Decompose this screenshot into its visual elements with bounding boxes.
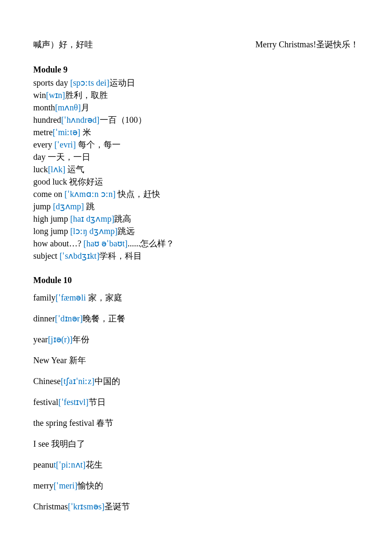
word: every <box>33 140 54 149</box>
vocab-entry: year[jɪə(r)]年份 <box>33 333 359 346</box>
word: how about…? <box>33 239 84 248</box>
word: the spring festival 春节 <box>33 418 113 428</box>
word: month <box>33 103 55 112</box>
definition: 年份 <box>72 335 89 344</box>
word: win <box>33 90 46 100</box>
definition: 月 <box>81 103 89 112</box>
word: jump <box>33 202 53 211</box>
word: good luck 祝你好运 <box>33 177 103 186</box>
vocab-entry: how about…? [haʊ əˈbaʊt]......怎么样？ <box>33 237 359 250</box>
word: Chinese <box>33 376 61 386</box>
phonetic: [jɪə(r)] <box>48 335 72 344</box>
vocab-entry: peanut[ˈpiːnʌt]花生 <box>33 459 359 471</box>
vocab-entry: jump [dʒʌmp] 跳 <box>33 200 359 213</box>
phonetic: [ˈfæməli <box>55 293 86 302</box>
vocab-entry: dinner[ˈdɪnər]晚餐，正餐 <box>33 312 359 325</box>
phonetic: [ˈmeri] <box>54 481 78 490</box>
vocab-entry: win[wɪn]胜利，取胜 <box>33 89 359 101</box>
definition: 圣诞节 <box>104 502 130 511</box>
vocab-entry: day 一天，一日 <box>33 151 359 163</box>
definition: 中国的 <box>95 376 120 386</box>
vocab-entry: subject [ˈsʌbdʒɪkt]学科，科目 <box>33 250 359 262</box>
vocab-entry: long jump [lɔːŋ dʒʌmp]跳远 <box>33 225 359 237</box>
word: day 一天，一日 <box>33 152 90 162</box>
definition: 节日 <box>89 397 106 407</box>
definition: ......怎么样？ <box>127 239 174 248</box>
vocab-entry: Chinese[tʃaɪˈniːz]中国的 <box>33 375 359 387</box>
vocab-entry: merry[ˈmeri]愉快的 <box>33 480 359 492</box>
definition: 愉快的 <box>78 481 103 490</box>
word: long jump <box>33 226 70 236</box>
definition: 快点，赶快 <box>115 189 160 199</box>
vocab-entry: every [ˈevri] 每个，每一 <box>33 139 359 151</box>
phonetic: [dʒʌmp] <box>53 202 84 211</box>
top-right-text: Merry Christmas!圣诞快乐！ <box>255 38 359 51</box>
module10-list: family[ˈfæməli 家，家庭 dinner[ˈdɪnər]晚餐，正餐 … <box>33 292 359 513</box>
word: New Year 新年 <box>33 356 86 365</box>
phonetic: [ˈevri] <box>54 140 75 149</box>
vocab-entry: hundred[ˈhʌndrəd]一百（100） <box>33 114 359 126</box>
phonetic: t[ˈpiːnʌt] <box>54 460 86 469</box>
phonetic: [ˈhʌndrəd] <box>61 115 100 124</box>
word: metre <box>33 127 53 137</box>
definition: 晚餐，正餐 <box>83 314 125 323</box>
vocab-entry: festival[ˈfestɪvl]节日 <box>33 396 359 408</box>
top-row: 喊声）好，好哇 Merry Christmas!圣诞快乐！ <box>33 38 359 51</box>
phonetic: [ˈmiːtə] <box>53 127 81 137</box>
vocab-entry: New Year 新年 <box>33 354 359 367</box>
vocab-entry: sports day [spɔːts dei]运动日 <box>33 77 359 89</box>
vocab-entry: the spring festival 春节 <box>33 417 359 429</box>
definition: 每个，每一 <box>76 140 121 149</box>
vocab-entry: Christmas[ˈkrɪsməs]圣诞节 <box>33 500 359 513</box>
word: sports day <box>33 78 70 87</box>
definition: 跳高 <box>114 214 131 223</box>
phonetic: [mʌnθ] <box>55 103 81 112</box>
definition: 运气 <box>65 165 84 174</box>
word: subject <box>33 251 60 260</box>
phonetic: [ˈsʌbdʒɪkt] <box>60 251 100 260</box>
word: family <box>33 293 55 302</box>
vocab-entry: luck[lʌk] 运气 <box>33 163 359 176</box>
word: merry <box>33 481 54 490</box>
vocab-entry: good luck 祝你好运 <box>33 176 359 188</box>
definition: 跳远 <box>118 226 135 236</box>
phonetic: [ˈkrɪsməs] <box>68 502 104 511</box>
phonetic: [lʌk] <box>48 165 65 174</box>
word: dinner <box>33 314 55 323</box>
word: peanu <box>33 460 54 469</box>
top-left-text: 喊声）好，好哇 <box>33 38 93 51</box>
vocab-entry: high jump [haɪ dʒʌmp]跳高 <box>33 213 359 225</box>
module9-list: sports day [spɔːts dei]运动日 win[wɪn]胜利，取胜… <box>33 77 359 262</box>
vocab-entry: I see 我明白了 <box>33 438 359 450</box>
phonetic: [wɪn] <box>46 90 65 100</box>
phonetic: [spɔːts dei] <box>70 78 110 87</box>
word: year <box>33 335 48 344</box>
phonetic: [haʊ əˈbaʊt] <box>84 239 128 248</box>
vocab-entry: metre[ˈmiːtə] 米 <box>33 126 359 139</box>
definition: 米 <box>81 127 91 137</box>
vocab-entry: month[mʌnθ]月 <box>33 101 359 114</box>
word: festival <box>33 397 58 407</box>
word: Christmas <box>33 502 68 511</box>
definition: 学科，科目 <box>99 251 142 260</box>
word: high jump <box>33 214 70 223</box>
vocab-entry: family[ˈfæməli 家，家庭 <box>33 292 359 304</box>
definition: 运动日 <box>110 78 135 87</box>
definition: 花生 <box>86 460 103 469</box>
page-content: 喊声）好，好哇 Merry Christmas!圣诞快乐！ Module 9 s… <box>0 0 392 547</box>
phonetic: [lɔːŋ dʒʌmp] <box>70 226 118 236</box>
word: come on <box>33 189 64 199</box>
phonetic: [tʃaɪˈniːz] <box>61 376 94 386</box>
module9-heading: Module 9 <box>33 64 359 76</box>
definition: 家，家庭 <box>86 293 122 302</box>
phonetic: [ˈdɪnər] <box>55 314 83 323</box>
phonetic: [ˈfestɪvl] <box>58 397 89 407</box>
definition: 一百（100） <box>100 115 147 124</box>
word: luck <box>33 165 48 174</box>
word: I see 我明白了 <box>33 439 85 448</box>
word: hundred <box>33 115 61 124</box>
phonetic: [ˈkʌmɑːn ɔːn] <box>64 189 115 199</box>
vocab-entry: come on [ˈkʌmɑːn ɔːn] 快点，赶快 <box>33 188 359 200</box>
definition: 跳 <box>84 202 95 211</box>
definition: 胜利，取胜 <box>65 90 108 100</box>
